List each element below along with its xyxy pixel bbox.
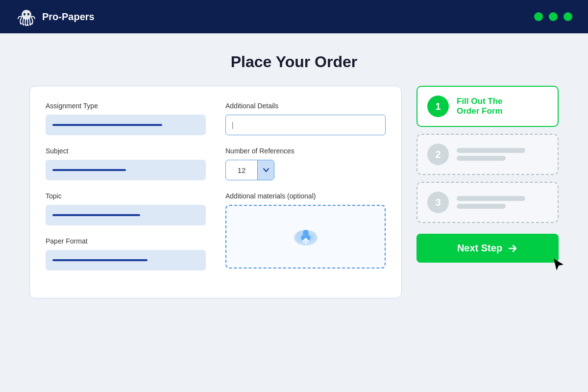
step-2-line-2 [457, 156, 506, 161]
additional-details-label: Additional Details [225, 102, 386, 110]
page-title: Place Your Order [231, 53, 357, 71]
step-1-number: 1 [427, 96, 449, 117]
nav-dot-2 [549, 12, 558, 21]
step-2-text [457, 148, 525, 161]
references-dropdown-btn[interactable] [257, 160, 274, 180]
main-content: Place Your Order Assignment Type Subject [0, 33, 588, 318]
assignment-type-group: Assignment Type [46, 102, 206, 135]
octopus-icon [16, 6, 37, 27]
step-1-text: Fill Out TheOrder Form [457, 97, 503, 117]
svg-point-2 [27, 13, 29, 16]
svg-point-1 [24, 13, 25, 16]
content-row: Assignment Type Subject Topic [29, 86, 559, 298]
steps-sidebar: 1 Fill Out TheOrder Form 2 3 [416, 86, 559, 298]
brand-logo[interactable]: Pro-Papers [16, 6, 95, 27]
additional-details-input[interactable] [225, 115, 386, 135]
paper-format-label: Paper Format [46, 237, 206, 245]
assignment-type-bar [52, 124, 162, 126]
topic-label: Topic [46, 192, 206, 200]
step-1-title: Fill Out TheOrder Form [457, 97, 503, 117]
subject-bar [52, 169, 126, 171]
paper-format-bar [52, 259, 147, 261]
topic-group: Topic [46, 192, 206, 225]
topic-bar [52, 214, 140, 216]
chevron-down-icon [263, 168, 269, 172]
navbar: Pro-Papers [0, 0, 588, 33]
assignment-type-label: Assignment Type [46, 102, 206, 110]
references-value: 12 [226, 166, 257, 174]
upload-cloud-icon [292, 225, 320, 248]
number-of-references-group: Number of References 12 [225, 147, 386, 180]
nav-dot-3 [564, 12, 572, 21]
step-3-card: 3 [416, 182, 559, 223]
additional-details-group: Additional Details [225, 102, 386, 135]
step-3-line-1 [457, 196, 525, 201]
paper-format-select[interactable] [46, 250, 206, 270]
step-2-card: 2 [416, 134, 559, 175]
next-step-label: Next Step [457, 243, 502, 254]
topic-select[interactable] [46, 205, 206, 225]
order-form-card: Assignment Type Subject Topic [29, 86, 402, 298]
references-select[interactable]: 12 [225, 160, 274, 180]
additional-materials-group: Additional materials (optional) [225, 192, 386, 269]
step-3-number: 3 [427, 192, 449, 213]
step-2-number: 2 [427, 144, 449, 165]
nav-dots [534, 12, 572, 21]
assignment-type-select[interactable] [46, 115, 206, 135]
right-column: Additional Details Number of References … [225, 102, 386, 282]
step-3-text [457, 196, 525, 209]
arrow-right-icon [507, 243, 518, 254]
number-of-references-label: Number of References [225, 147, 386, 155]
step-3-line-2 [457, 204, 506, 209]
additional-materials-label: Additional materials (optional) [225, 192, 386, 200]
upload-area[interactable] [225, 205, 386, 269]
step-2-line-1 [457, 148, 525, 153]
upload-icon-wrapper [292, 225, 320, 248]
step-1-card: 1 Fill Out TheOrder Form [416, 86, 559, 127]
next-step-button[interactable]: Next Step [416, 234, 559, 263]
left-column: Assignment Type Subject Topic [46, 102, 206, 282]
paper-format-group: Paper Format [46, 237, 206, 270]
nav-dot-1 [534, 12, 543, 21]
subject-label: Subject [46, 147, 206, 155]
brand-name: Pro-Papers [42, 11, 95, 23]
subject-select[interactable] [46, 160, 206, 180]
svg-point-0 [22, 10, 31, 20]
next-step-wrapper: Next Step [416, 230, 559, 263]
subject-group: Subject [46, 147, 206, 180]
